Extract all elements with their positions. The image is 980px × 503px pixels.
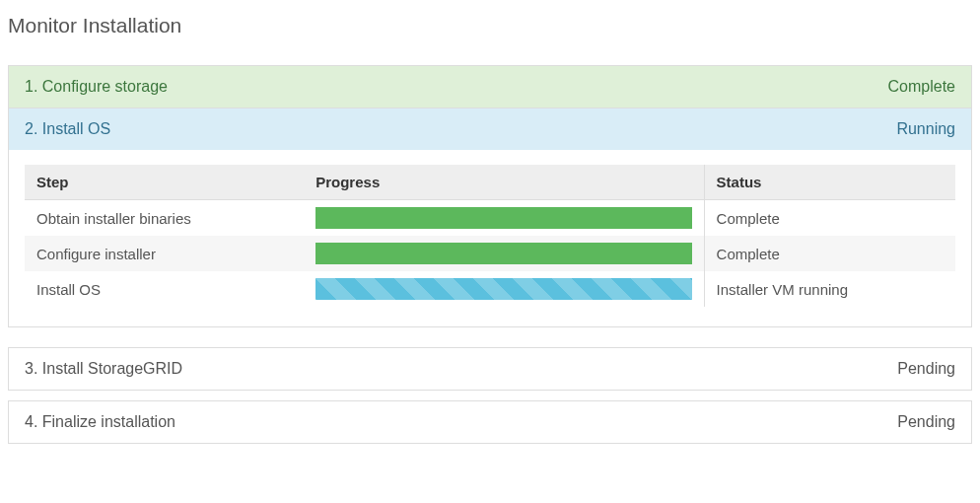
step-progress-cell (304, 271, 704, 307)
stage-status: Pending (897, 360, 955, 378)
stage-group-active: 1. Configure storage Complete 2. Install… (8, 65, 972, 327)
stage-status: Complete (888, 78, 955, 96)
step-name: Obtain installer binaries (25, 200, 304, 237)
progress-bar (315, 207, 691, 229)
col-header-step: Step (25, 165, 304, 200)
progress-bar-container (315, 243, 691, 264)
step-status: Installer VM running (704, 271, 955, 307)
stage-status: Pending (897, 413, 955, 431)
steps-table: Step Progress Status Obtain installer bi… (25, 165, 955, 307)
stage-label: 3. Install StorageGRID (25, 360, 182, 378)
progress-bar (315, 243, 691, 264)
stage-header[interactable]: 2. Install OS Running (9, 108, 971, 150)
stage-install-storagegrid: 3. Install StorageGRID Pending (8, 347, 972, 391)
stage-label: 4. Finalize installation (25, 413, 175, 431)
col-header-status: Status (704, 165, 955, 200)
step-name: Configure installer (25, 236, 304, 271)
step-name: Install OS (25, 271, 304, 307)
progress-bar (315, 278, 691, 300)
step-progress-cell (304, 236, 704, 271)
table-row: Configure installer Complete (25, 236, 955, 271)
stage-finalize-installation: 4. Finalize installation Pending (8, 400, 972, 444)
stage-install-os: 2. Install OS Running Step Progress Stat… (9, 108, 971, 326)
table-row: Obtain installer binaries Complete (25, 200, 955, 237)
stage-header[interactable]: 3. Install StorageGRID Pending (9, 348, 971, 390)
stage-header[interactable]: 1. Configure storage Complete (9, 66, 971, 108)
stage-configure-storage: 1. Configure storage Complete (9, 66, 971, 108)
stage-label: 1. Configure storage (25, 78, 168, 96)
page-title: Monitor Installation (8, 14, 972, 37)
progress-bar-container (315, 207, 691, 229)
step-status: Complete (704, 200, 955, 237)
table-row: Install OS Installer VM running (25, 271, 955, 307)
step-progress-cell (304, 200, 704, 237)
stage-body: Step Progress Status Obtain installer bi… (9, 150, 971, 326)
step-status: Complete (704, 236, 955, 271)
stage-status: Running (896, 120, 955, 138)
stage-label: 2. Install OS (25, 120, 110, 138)
col-header-progress: Progress (304, 165, 704, 200)
progress-bar-container (315, 278, 691, 300)
stage-header[interactable]: 4. Finalize installation Pending (9, 401, 971, 443)
